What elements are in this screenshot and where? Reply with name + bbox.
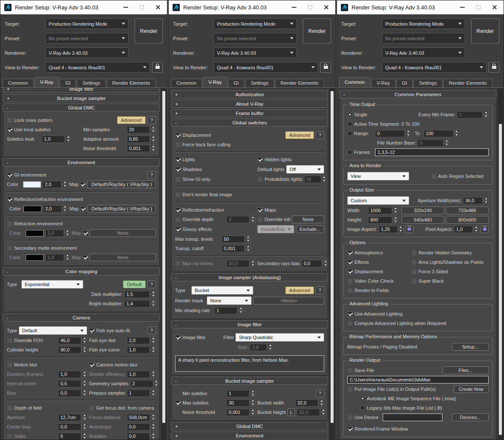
spinner[interactable] xyxy=(150,290,156,298)
maximize-button[interactable] xyxy=(304,2,316,13)
preset-dropdown[interactable]: No preset selected xyxy=(382,33,465,44)
refraction-environment-checkbox[interactable] xyxy=(7,221,12,227)
gi-multiplier-field[interactable]: 2,0 xyxy=(43,181,62,188)
spinner[interactable] xyxy=(82,337,87,344)
titlebar[interactable]: Render Setup: V-Ray Adv 3.40.03 xyxy=(169,0,335,15)
single-radio[interactable] xyxy=(347,112,352,117)
help-button[interactable]: ? xyxy=(316,286,324,294)
legacy-ifl-radio[interactable] xyxy=(360,405,365,410)
override-depth-checkbox[interactable] xyxy=(175,217,181,222)
lights-checkbox[interactable] xyxy=(175,157,181,162)
gi-color-swatch[interactable] xyxy=(23,181,41,188)
spinner[interactable] xyxy=(82,423,87,431)
effects-checkbox[interactable] xyxy=(347,260,353,265)
aperture-width-field[interactable]: 36,0 xyxy=(463,197,483,204)
every-nth-frame-field[interactable]: 1 xyxy=(457,111,483,118)
lock-noise-pattern-checkbox[interactable] xyxy=(7,118,12,123)
max-ray-intensity-checkbox[interactable] xyxy=(175,261,181,266)
tab-common[interactable]: Common xyxy=(171,79,202,87)
titlebar[interactable]: Render Setup: V-Ray Adv 3.40.03 xyxy=(337,0,504,15)
bright-multiplier-field[interactable]: 1,4 xyxy=(124,300,150,307)
spinner[interactable] xyxy=(250,216,255,223)
spinner[interactable] xyxy=(319,399,324,407)
render-mask-dropdown[interactable]: None xyxy=(207,296,252,305)
create-now-button[interactable]: Create Now xyxy=(454,385,489,393)
min-samples-field[interactable]: 20 xyxy=(127,126,150,133)
spinner[interactable] xyxy=(150,346,156,354)
spinner[interactable] xyxy=(250,260,255,267)
spinner[interactable] xyxy=(150,423,156,431)
save-file-checkbox[interactable] xyxy=(347,368,353,373)
compute-advanced-lighting-checkbox[interactable] xyxy=(347,321,353,326)
rollout-frame-buffer[interactable]: +Frame buffer xyxy=(171,109,328,117)
advanced-button[interactable]: Advanced xyxy=(285,286,314,294)
refraction-map-checkbox[interactable] xyxy=(82,230,88,236)
spinner[interactable] xyxy=(150,432,156,440)
spinner[interactable] xyxy=(150,337,156,344)
sides-checkbox[interactable] xyxy=(7,434,12,439)
tab-vray[interactable]: V-Ray xyxy=(203,77,227,87)
render-to-fields-checkbox[interactable] xyxy=(347,288,353,293)
target-dropdown[interactable]: Production Rendering Mode xyxy=(45,18,129,29)
show-gi-only-checkbox[interactable] xyxy=(175,177,181,182)
tab-settings[interactable]: Settings xyxy=(245,79,274,87)
atmospherics-checkbox[interactable] xyxy=(347,250,353,256)
min-subdivs-field[interactable]: 1 xyxy=(226,390,249,397)
spinner[interactable] xyxy=(454,130,460,137)
force-back-face-culling-checkbox[interactable] xyxy=(175,142,181,148)
close-button[interactable] xyxy=(152,2,164,13)
spinner[interactable] xyxy=(82,346,87,354)
tab-vray[interactable]: V-Ray xyxy=(371,79,396,87)
matte-map-button[interactable]: None xyxy=(90,254,156,261)
view-lock-button[interactable] xyxy=(320,62,331,73)
reflection-multiplier-field[interactable]: 2,0 xyxy=(43,205,62,213)
file-number-base-field[interactable]: 0 xyxy=(418,139,443,147)
render-hidden-geometry-checkbox[interactable] xyxy=(411,250,417,256)
tab-render-elements[interactable]: Render Elements xyxy=(275,79,324,87)
minimize-button[interactable] xyxy=(119,2,132,13)
default-lights-dropdown[interactable]: Off xyxy=(286,165,324,174)
spinner[interactable] xyxy=(64,229,70,237)
gi-map-checkbox[interactable] xyxy=(80,182,85,187)
help-button[interactable]: ? xyxy=(147,327,156,334)
video-color-check-checkbox[interactable] xyxy=(347,278,353,284)
matte-map-checkbox[interactable] xyxy=(82,255,88,260)
spinner[interactable] xyxy=(322,175,327,183)
sides-field[interactable]: 5 xyxy=(58,433,81,440)
reflection-color-swatch[interactable] xyxy=(23,206,41,212)
cylinder-height-field[interactable]: 90,0 xyxy=(58,346,81,354)
transp-cutoff-field[interactable]: 0,001 xyxy=(222,245,245,252)
matte-multiplier-field[interactable]: 1,0 xyxy=(45,254,64,261)
tab-gi[interactable]: GI xyxy=(60,79,76,87)
renderer-dropdown[interactable]: V-Ray Adv 3.40.03 xyxy=(382,47,465,58)
spinner[interactable] xyxy=(150,413,156,421)
aperture-field[interactable]: 12,7cm xyxy=(58,414,81,421)
scrollbar[interactable] xyxy=(161,89,166,439)
spinner[interactable] xyxy=(267,343,273,351)
max-subdivs-field[interactable]: 30 xyxy=(226,399,249,407)
bucket-height-field[interactable]: 32,0 xyxy=(297,409,320,416)
max-subdivs-checkbox[interactable] xyxy=(175,400,181,406)
pixel-aspect-field[interactable]: 1,0 xyxy=(454,226,473,233)
anisotropy-field[interactable]: 0,0 xyxy=(127,423,150,431)
subdivs-mult-field[interactable]: 1,0 xyxy=(42,136,65,143)
spinner[interactable] xyxy=(398,225,404,233)
spinner[interactable] xyxy=(82,413,87,421)
prepass-samples-field[interactable]: 1 xyxy=(127,390,150,397)
use-advanced-lighting-checkbox[interactable] xyxy=(347,311,353,317)
render-button[interactable]: Render xyxy=(471,18,499,44)
spinner[interactable] xyxy=(82,370,87,378)
help-button[interactable]: ? xyxy=(147,116,156,124)
fish-eye-dist-field[interactable]: 2,0 xyxy=(127,337,150,344)
reflection-map-checkbox[interactable] xyxy=(80,206,86,212)
fish-eye-auto-fit-checkbox[interactable] xyxy=(89,328,94,334)
camera-type-dropdown[interactable]: Default xyxy=(19,326,88,335)
view-to-render-dropdown[interactable]: Quad 4 - Комната Яны001 xyxy=(45,62,150,73)
renderer-dropdown[interactable]: V-Ray Adv 3.40.03 xyxy=(214,47,297,58)
view-to-render-dropdown[interactable]: Quad 4 - Комната Яны001 xyxy=(382,62,486,73)
override-depth-field[interactable]: 2 xyxy=(226,216,249,223)
reflection-map-button[interactable]: DefaultVRaySky ( VRaySky ) xyxy=(88,205,156,213)
render-button[interactable]: Render xyxy=(303,18,331,44)
rollout-authorization[interactable]: +Authorization xyxy=(171,90,328,98)
override-mtl-button[interactable]: None xyxy=(292,216,324,223)
